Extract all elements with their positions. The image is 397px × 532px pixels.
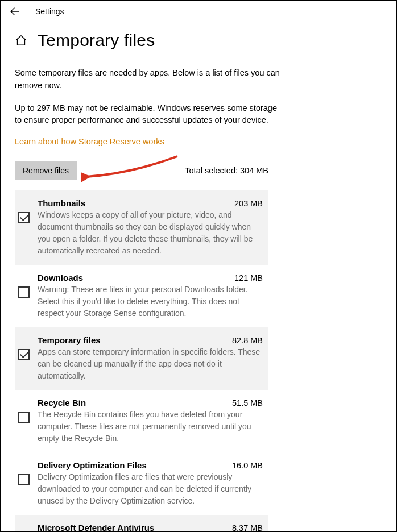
category-body: Microsoft Defender Antivirus8.37 MBNon c… <box>38 523 263 532</box>
category-size: 203 MB <box>234 199 263 208</box>
category-head: Thumbnails203 MB <box>38 198 263 208</box>
category-description: Warning: These are files in your persona… <box>38 284 263 319</box>
category-size: 121 MB <box>234 273 263 282</box>
file-category-item: Thumbnails203 MBWindows keeps a copy of … <box>15 190 268 265</box>
top-bar: Settings <box>1 1 396 18</box>
file-category-item: Microsoft Defender Antivirus8.37 MBNon c… <box>15 515 268 532</box>
category-title: Delivery Optimization Files <box>38 460 147 470</box>
annotation-arrow <box>81 151 183 185</box>
category-title: Temporary files <box>38 335 101 345</box>
category-head: Delivery Optimization Files16.0 MB <box>38 460 263 470</box>
category-checkbox[interactable] <box>18 474 30 485</box>
file-category-item: Downloads121 MBWarning: These are files … <box>15 265 268 327</box>
back-arrow-icon[interactable] <box>10 7 19 16</box>
category-head: Downloads121 MB <box>38 273 263 282</box>
home-icon[interactable] <box>15 34 27 47</box>
category-size: 8.37 MB <box>232 523 263 532</box>
category-title: Downloads <box>38 273 83 282</box>
total-selected-label: Total selected: 304 MB <box>185 166 268 175</box>
category-description: Apps can store temporary information in … <box>38 346 263 382</box>
category-head: Recycle Bin51.5 MB <box>38 398 263 408</box>
category-description: Windows keeps a copy of all of your pict… <box>38 209 263 257</box>
category-head: Microsoft Defender Antivirus8.37 MB <box>38 523 263 532</box>
category-checkbox[interactable] <box>18 212 30 223</box>
page-title: Temporary files <box>38 31 155 50</box>
category-body: Thumbnails203 MBWindows keeps a copy of … <box>38 198 263 257</box>
category-checkbox[interactable] <box>18 412 30 423</box>
category-description: Delivery Optimization files are files th… <box>38 471 263 507</box>
category-title: Microsoft Defender Antivirus <box>38 523 154 532</box>
storage-reserve-link[interactable]: Learn about how Storage Reserve works <box>15 137 164 146</box>
intro-text-2: Up to 297 MB may not be reclaimable. Win… <box>15 102 283 127</box>
intro-text-1: Some temporary files are needed by apps.… <box>15 67 283 92</box>
page-header: Temporary files <box>1 18 396 57</box>
category-body: Delivery Optimization Files16.0 MBDelive… <box>38 460 263 507</box>
category-size: 82.8 MB <box>232 336 263 345</box>
file-category-item: Recycle Bin51.5 MBThe Recycle Bin contai… <box>15 390 268 452</box>
category-body: Temporary files82.8 MBApps can store tem… <box>38 335 263 382</box>
app-title: Settings <box>35 7 64 16</box>
remove-files-button[interactable]: Remove files <box>15 161 77 180</box>
category-size: 51.5 MB <box>232 398 263 408</box>
category-body: Downloads121 MBWarning: These are files … <box>38 273 263 319</box>
category-checkbox[interactable] <box>18 349 30 360</box>
category-title: Thumbnails <box>38 198 85 208</box>
action-row: Remove files Total selected: 304 MB <box>1 146 282 190</box>
category-body: Recycle Bin51.5 MBThe Recycle Bin contai… <box>38 398 263 444</box>
intro-section: Some temporary files are needed by apps.… <box>1 57 297 146</box>
category-head: Temporary files82.8 MB <box>38 335 263 345</box>
file-category-list: Thumbnails203 MBWindows keeps a copy of … <box>1 190 282 532</box>
category-description: The Recycle Bin contains files you have … <box>38 409 263 444</box>
file-category-item: Temporary files82.8 MBApps can store tem… <box>15 327 268 390</box>
category-title: Recycle Bin <box>38 398 86 408</box>
file-category-item: Delivery Optimization Files16.0 MBDelive… <box>15 452 268 515</box>
category-size: 16.0 MB <box>232 461 263 470</box>
category-checkbox[interactable] <box>18 286 30 298</box>
